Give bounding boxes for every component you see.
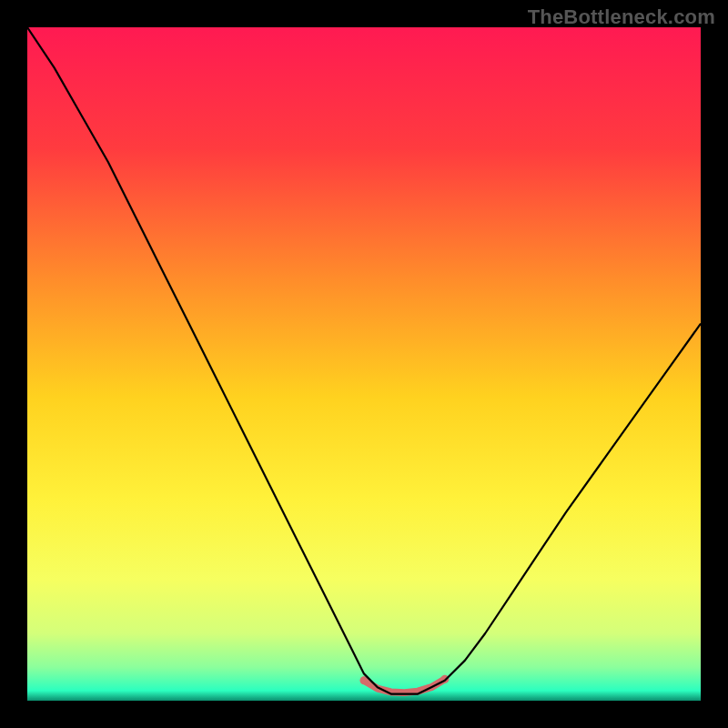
bottleneck-chart <box>27 27 701 701</box>
gradient-background <box>27 27 701 701</box>
watermark-text: TheBottleneck.com <box>528 5 715 29</box>
plot-area <box>27 27 701 701</box>
chart-frame: TheBottleneck.com <box>0 0 728 728</box>
